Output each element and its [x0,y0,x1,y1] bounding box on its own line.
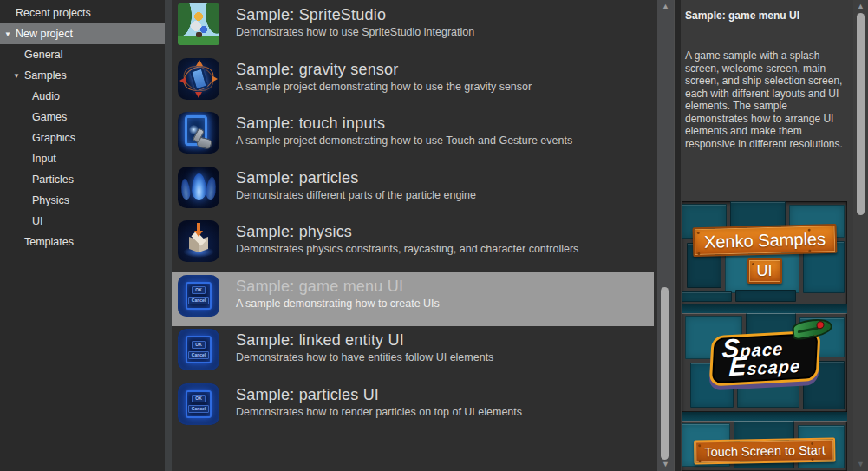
new-project-dialog: Recent projects ▼ New project General ▼ … [0,0,868,471]
cancel-button-label: Cancel [188,405,209,413]
chevron-down-icon[interactable]: ▼ [4,30,16,38]
cancel-button-label: Cancel [188,297,209,304]
panel-divider [674,0,681,471]
touch-inputs-icon [178,112,219,154]
sample-title: Sample: game menu UI [236,278,440,296]
tree-scrollbar-track [165,0,172,471]
sidebar-item-new-project[interactable]: ▼ New project [0,23,165,44]
ok-button-label: OK [192,395,206,402]
sample-description: A sample project demonstrating how to us… [236,81,532,93]
sidebar-item-audio[interactable]: Audio [0,86,165,107]
sample-title: Sample: linked entity UI [236,331,493,350]
preview-ui-sign: UI [747,258,782,284]
sample-description: Demonstrates how to render particles on … [236,406,522,418]
sidebar-item-label: Games [32,111,67,123]
sample-title: Sample: touch inputs [236,114,572,133]
selected-sample-description: A game sample with a splash screen, welc… [685,49,848,150]
sample-description: A sample demonstrating how to create UIs [236,298,440,310]
preview-screen-divider [682,412,847,421]
sidebar-item-recent-projects[interactable]: Recent projects [0,3,165,23]
description-panel: Sample: game menu UI A game sample with … [681,0,853,471]
sidebar-item-label: Physics [32,194,69,206]
sidebar-item-input[interactable]: Input [0,148,165,169]
sidebar-item-label: Templates [24,236,74,248]
sidebar-item-samples[interactable]: ▼ Samples [0,65,165,86]
sample-list-item-particles[interactable]: Sample: particles Demonstrates different… [172,164,654,219]
preview-screen-divider [682,304,847,313]
sidebar-item-physics[interactable]: Physics [0,190,165,211]
physics-icon [178,220,219,262]
sidebar-item-label: Graphics [32,132,75,144]
touch-to-start-banner: Touch Screen to Start [694,438,836,465]
sidebar-item-games[interactable]: Games [0,107,165,128]
sidebar-item-label: Audio [32,90,60,102]
gravity-sensor-icon [178,58,219,100]
preview-plate [682,291,732,302]
preview-plate [735,290,796,302]
sidebar-item-label: Particles [32,173,74,186]
scroll-up-icon[interactable]: ▲ [852,2,868,10]
sidebar-item-particles[interactable]: Particles [0,169,165,190]
particles-icon [178,167,219,208]
sidebar-item-general[interactable]: General [0,44,165,65]
ui-dialog-graphic: OKCancel [186,282,212,310]
list-scrollbar-thumb[interactable] [661,287,669,460]
preview-title-sign: Xenko Samples [692,224,837,257]
template-list-items: Sample: SpriteStudio Demonstrates how to… [172,1,674,435]
ui-dialog-graphic: OKCancel [186,336,212,363]
cancel-button-label: Cancel [188,351,209,359]
sidebar-item-label: General [24,49,62,61]
sample-description: Demonstrates how to have entities follow… [236,351,493,363]
sample-title: Sample: particles [236,169,476,187]
ok-button-label: OK [192,286,206,294]
sample-description: Demonstrates physics constraints, raycas… [236,243,578,255]
linked-entity-ui-icon: OKCancel [178,329,219,370]
sample-description: A sample project demonstrating how to us… [236,134,572,147]
sample-title: Sample: particles UI [236,386,522,404]
scroll-down-icon[interactable]: ▼ [852,460,868,468]
particles-ui-icon: OKCancel [178,383,219,425]
space-escape-logo: Space Escape [708,330,820,387]
sample-list-item-spritestudio[interactable]: Sample: SpriteStudio Demonstrates how to… [172,1,654,56]
details-scrollbar[interactable]: ▲ ▼ [853,0,868,471]
list-scrollbar[interactable]: ▲ ▼ [654,0,674,471]
chevron-down-icon[interactable]: ▼ [13,72,24,80]
sample-list-item-gravity-sensor[interactable]: Sample: gravity sensor A sample project … [172,56,654,110]
sidebar-item-graphics[interactable]: Graphics [0,128,165,148]
sample-title: Sample: SpriteStudio [236,6,474,24]
template-list: Sample: SpriteStudio Demonstrates how to… [172,0,674,471]
sample-list-item-game-menu-ui[interactable]: OKCancel Sample: game menu UI A sample d… [172,272,654,327]
ok-button-label: OK [192,341,206,349]
spritestudio-icon [178,3,219,45]
sample-list-item-physics[interactable]: Sample: physics Demonstrates physics con… [172,218,654,272]
sample-list-item-particles-ui[interactable]: OKCancel Sample: particles UI Demonstrat… [172,381,654,435]
scroll-up-icon[interactable]: ▲ [657,2,674,10]
ui-dialog-graphic: OKCancel [186,390,212,418]
sample-description: Demonstrates different parts of the part… [236,189,476,201]
sidebar-item-label: UI [32,215,43,227]
sidebar-item-label: Samples [24,69,67,82]
sample-list-item-linked-entity-ui[interactable]: OKCancel Sample: linked entity UI Demons… [172,326,654,381]
sidebar-item-label: Recent projects [16,7,91,19]
category-tree-items: Recent projects ▼ New project General ▼ … [0,3,165,252]
sidebar-item-ui[interactable]: UI [0,211,165,232]
sample-preview-image: Xenko Samples UI Space Escape Touch Scre… [682,201,847,471]
category-tree: Recent projects ▼ New project General ▼ … [0,0,165,471]
sample-description: Demonstrates how to use SpriteStudio int… [236,26,474,38]
sample-list-item-touch-inputs[interactable]: Sample: touch inputs A sample project de… [172,109,654,164]
sample-title: Sample: gravity sensor [236,61,532,79]
details-scrollbar-thumb[interactable] [857,13,865,215]
selected-sample-title: Sample: game menu UI [685,10,799,22]
scroll-down-icon[interactable]: ▼ [657,460,674,468]
game-menu-ui-icon: OKCancel [178,275,219,317]
sidebar-item-templates[interactable]: Templates [0,232,165,252]
logo-line: Escape [728,356,801,377]
sample-title: Sample: physics [236,223,578,241]
sidebar-item-label: Input [32,153,56,165]
sidebar-item-label: New project [16,28,73,40]
